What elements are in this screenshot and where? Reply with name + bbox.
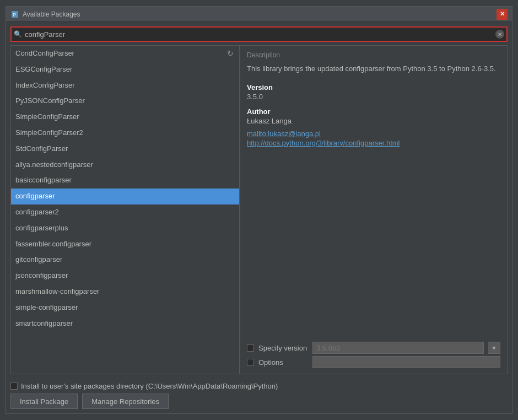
options-input[interactable] [312, 356, 500, 368]
author-label: Author [247, 107, 500, 116]
list-item[interactable]: fassembler.configparser [11, 236, 239, 252]
list-item[interactable]: basicconfigparser [11, 173, 239, 189]
list-item[interactable]: configparserplus [11, 220, 239, 236]
list-item[interactable]: StdConfigParser [11, 141, 239, 157]
install-directory-label: Install to user's site packages director… [21, 382, 278, 390]
description-text: This library brings the updated configpa… [247, 63, 500, 74]
email-link[interactable]: mailto:lukasz@langa.pl [247, 130, 500, 138]
options-checkbox[interactable] [247, 359, 254, 366]
install-package-button[interactable]: Install Package [10, 394, 78, 409]
description-section-label: Description [247, 51, 500, 59]
footer-buttons: Install Package Manage Repositories [10, 394, 508, 409]
list-item[interactable]: CondConfigParser [11, 46, 239, 62]
install-directory-row: Install to user's site packages director… [10, 382, 508, 390]
list-item[interactable]: IndexConfigParser [11, 78, 239, 94]
docs-link[interactable]: http://docs.python.org/3/library/configp… [247, 139, 500, 147]
list-item[interactable]: SimpleConfigParser [11, 109, 239, 125]
clear-search-button[interactable]: ✕ [495, 30, 504, 39]
footer: Install to user's site packages director… [6, 379, 512, 413]
main-content: 🔍 ✕ ↻ CondConfigParserESGConfigParserInd… [6, 22, 512, 379]
window-title: Available Packages [23, 10, 497, 18]
window-icon: P [10, 10, 19, 19]
specify-version-input[interactable] [312, 342, 484, 354]
list-item[interactable]: configparser [11, 189, 239, 204]
list-item[interactable]: simple-configparser [11, 300, 239, 316]
close-button[interactable]: ✕ [497, 9, 508, 20]
manage-repositories-button[interactable]: Manage Repositories [82, 394, 169, 409]
list-item[interactable]: jsonconfigparser [11, 268, 239, 284]
install-directory-checkbox[interactable] [10, 383, 18, 390]
list-item[interactable]: ESGConfigParser [11, 62, 239, 78]
specify-version-label: Specify version [258, 344, 308, 352]
package-list: CondConfigParserESGConfigParserIndexConf… [11, 46, 239, 374]
author-value: Łukasz Langa [247, 117, 500, 125]
specify-version-row: Specify version ▼ [247, 342, 500, 354]
list-item[interactable]: PyJSONConfigParser [11, 93, 239, 109]
version-value: 3.5.0 [247, 93, 500, 101]
version-dropdown-button[interactable]: ▼ [488, 342, 500, 354]
list-item[interactable]: SimpleConfigParser2 [11, 125, 239, 141]
list-item[interactable]: allya.nestedconfigparser [11, 157, 239, 173]
specify-version-checkbox[interactable] [247, 344, 254, 352]
package-list-panel: ↻ CondConfigParserESGConfigParserIndexCo… [11, 46, 240, 374]
bottom-options: Specify version ▼ Options [247, 337, 500, 368]
description-panel: Description This library brings the upda… [240, 46, 507, 374]
list-item[interactable]: configparser2 [11, 204, 239, 220]
list-item[interactable]: marshmallow-configparser [11, 284, 239, 300]
search-bar: 🔍 ✕ [10, 26, 508, 42]
available-packages-window: P Available Packages ✕ 🔍 ✕ ↻ CondConfigP… [6, 6, 512, 414]
list-item[interactable]: smartconfigparser [11, 316, 239, 332]
title-bar: P Available Packages ✕ [6, 7, 512, 22]
options-label: Options [258, 358, 308, 367]
version-label: Version [247, 83, 500, 91]
options-row: Options [247, 356, 500, 368]
search-input[interactable] [10, 26, 508, 42]
list-item[interactable]: gitconfigparser [11, 252, 239, 268]
refresh-icon[interactable]: ↻ [227, 49, 234, 58]
main-area: ↻ CondConfigParserESGConfigParserIndexCo… [10, 45, 508, 374]
svg-text:P: P [13, 12, 16, 18]
